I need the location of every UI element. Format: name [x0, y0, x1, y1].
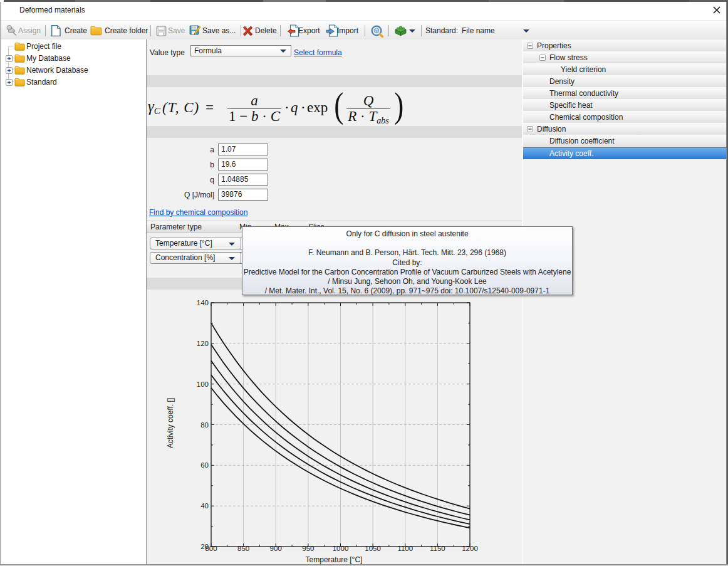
svg-text:1000: 1000 [333, 545, 349, 552]
svg-text:850: 850 [237, 545, 249, 552]
svg-text:40: 40 [200, 502, 209, 510]
svg-text:120: 120 [197, 340, 209, 347]
svg-text:1100: 1100 [397, 545, 413, 552]
svg-text:Temperature [°C]: Temperature [°C] [306, 555, 363, 564]
svg-text:140: 140 [197, 299, 209, 307]
svg-text:1050: 1050 [365, 545, 381, 552]
svg-text:60: 60 [200, 461, 209, 469]
svg-text:1200: 1200 [462, 545, 478, 552]
svg-text:Activity coeff. []: Activity coeff. [] [166, 398, 175, 448]
svg-text:80: 80 [200, 421, 209, 429]
svg-text:950: 950 [302, 545, 314, 552]
svg-text:900: 900 [270, 545, 282, 552]
svg-text:1150: 1150 [430, 545, 445, 552]
svg-text:20: 20 [200, 543, 209, 550]
svg-text:100: 100 [197, 380, 209, 388]
